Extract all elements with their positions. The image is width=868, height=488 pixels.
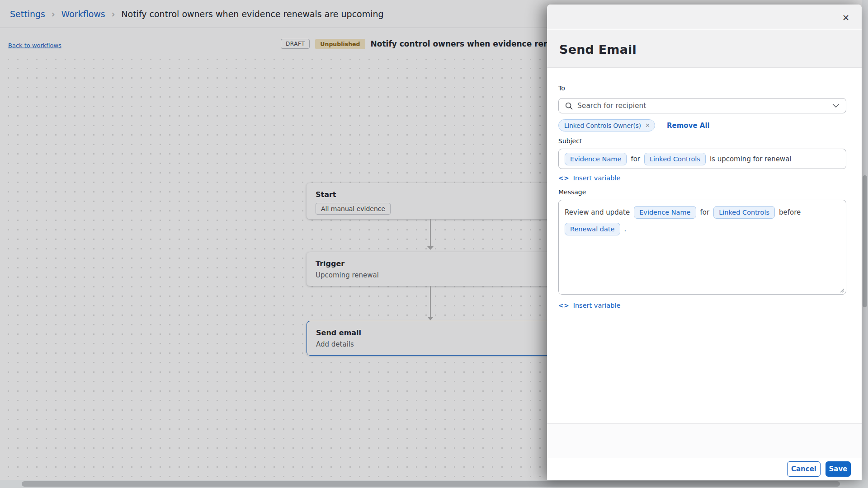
variable-chip-evidence-name[interactable]: Evidence Name xyxy=(565,153,627,165)
message-text-intro: Review and update xyxy=(565,208,630,216)
vertical-scrollbar-thumb[interactable] xyxy=(863,175,867,307)
message-textarea[interactable]: Review and update Evidence Name for Link… xyxy=(558,200,846,295)
recipient-search-placeholder: Search for recipient xyxy=(577,102,828,110)
search-icon xyxy=(565,102,573,110)
insert-variable-link-subject[interactable]: <> Insert variable xyxy=(558,174,620,182)
subject-field-label: Subject xyxy=(558,137,846,145)
code-brackets-icon: <> xyxy=(558,302,570,309)
workflow-editor-screen: Settings › Workflows › Notify control ow… xyxy=(0,0,868,488)
variable-chip-linked-controls[interactable]: Linked Controls xyxy=(713,206,775,219)
variable-chip-renewal-date[interactable]: Renewal date xyxy=(565,223,620,235)
to-field-label: To xyxy=(558,84,846,92)
code-brackets-icon: <> xyxy=(558,174,570,182)
recipient-search-input[interactable]: Search for recipient xyxy=(558,98,846,113)
drawer-footer-gap xyxy=(547,424,862,458)
close-icon[interactable]: ✕ xyxy=(840,12,852,23)
resize-handle-icon[interactable] xyxy=(839,287,844,293)
recipient-chip[interactable]: Linked Controls Owner(s) ✕ xyxy=(558,119,655,131)
horizontal-scrollbar-thumb[interactable] xyxy=(22,481,840,487)
send-email-drawer: ✕ Send Email To Search for recipient Lin… xyxy=(547,5,862,480)
subject-input[interactable]: Evidence Name for Linked Controls is upc… xyxy=(558,149,846,169)
drawer-title: Send Email xyxy=(559,42,637,56)
variable-chip-evidence-name[interactable]: Evidence Name xyxy=(634,206,696,219)
chip-remove-icon[interactable]: ✕ xyxy=(645,122,650,128)
cancel-button[interactable]: Cancel xyxy=(787,461,821,477)
subject-text-tail: is upcoming for renewal xyxy=(710,155,792,163)
insert-variable-label: Insert variable xyxy=(573,302,621,309)
drawer-footer: Cancel Save xyxy=(547,458,862,480)
save-button[interactable]: Save xyxy=(826,461,851,477)
message-text-period: . xyxy=(624,225,627,233)
drawer-title-bar: Send Email xyxy=(547,30,862,68)
message-content-line: Review and update Evidence Name for Link… xyxy=(565,206,840,235)
drawer-body: To Search for recipient Linked Controls … xyxy=(547,68,862,424)
message-field-label: Message xyxy=(558,188,846,196)
recipient-chip-label: Linked Controls Owner(s) xyxy=(564,122,641,129)
recipient-chip-row: Linked Controls Owner(s) ✕ Remove All xyxy=(558,119,846,131)
message-text-before: before xyxy=(779,208,801,216)
subject-text-for: for xyxy=(631,155,640,163)
chevron-down-icon[interactable] xyxy=(832,103,840,108)
drawer-top-bar: ✕ xyxy=(547,5,862,29)
vertical-scrollbar[interactable] xyxy=(862,0,868,480)
horizontal-scrollbar[interactable] xyxy=(0,480,868,488)
insert-variable-link-message[interactable]: <> Insert variable xyxy=(558,302,620,309)
message-text-for: for xyxy=(700,208,710,216)
remove-all-link[interactable]: Remove All xyxy=(667,122,710,130)
insert-variable-label: Insert variable xyxy=(573,174,621,182)
variable-chip-linked-controls[interactable]: Linked Controls xyxy=(644,153,706,165)
